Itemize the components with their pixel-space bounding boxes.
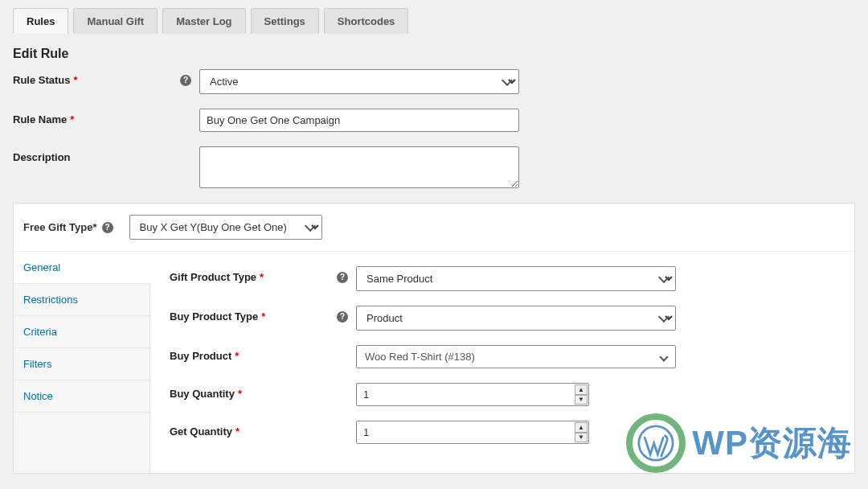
required-asterisk: * xyxy=(260,271,264,283)
gift-product-type-select[interactable]: Same Product xyxy=(356,266,676,291)
required-asterisk: * xyxy=(70,113,74,125)
select-wrapper: Buy X Get Y(Buy One Get One) xyxy=(125,215,322,240)
label-get-quantity: Get Quantity* xyxy=(170,421,356,438)
tab-master-log[interactable]: Master Log xyxy=(162,8,245,34)
spinner-up-icon[interactable]: ▲ xyxy=(575,422,588,433)
label-text: Gift Product Type xyxy=(170,271,256,283)
label-text: Rule Status xyxy=(13,74,71,86)
select-wrapper: Product xyxy=(356,306,676,331)
row-rule-status: Rule Status* Active xyxy=(13,69,855,94)
spinner-buttons: ▲ ▼ xyxy=(575,384,588,405)
buy-product-type-select[interactable]: Product xyxy=(356,306,676,331)
top-tabs: Rules Manual Gift Master Log Settings Sh… xyxy=(0,0,868,34)
help-icon[interactable] xyxy=(102,222,113,233)
label-rule-status: Rule Status* xyxy=(13,69,199,86)
gift-panel: Free Gift Type* Buy X Get Y(Buy One Get … xyxy=(13,203,855,474)
label-buy-product: Buy Product* xyxy=(170,345,356,362)
required-asterisk: * xyxy=(261,310,265,323)
row-description: Description xyxy=(13,146,855,188)
panel-body: General Restrictions Criteria Filters No… xyxy=(14,252,854,473)
label-text: Buy Product xyxy=(170,350,231,362)
rule-name-input[interactable] xyxy=(199,109,519,132)
row-buy-product-type: Buy Product Type* Product xyxy=(170,306,835,331)
buy-product-select[interactable]: Woo Red T-Shirt (#138) xyxy=(356,345,676,368)
free-gift-type-select[interactable]: Buy X Get Y(Buy One Get One) xyxy=(129,215,322,240)
required-asterisk: * xyxy=(235,350,239,362)
page-title: Edit Rule xyxy=(13,47,855,61)
get-quantity-stepper: ▲ ▼ xyxy=(356,421,589,444)
tab-shortcodes[interactable]: Shortcodes xyxy=(324,8,409,34)
label-text: Free Gift Type xyxy=(23,221,92,233)
select-wrapper: Same Product xyxy=(356,266,676,291)
row-gift-product-type: Gift Product Type* Same Product xyxy=(170,266,835,291)
buy-quantity-stepper: ▲ ▼ xyxy=(356,383,589,406)
label-text: Get Quantity xyxy=(170,425,232,438)
label-text: Buy Quantity xyxy=(170,388,235,400)
required-asterisk: * xyxy=(235,425,240,438)
label-text: Description xyxy=(13,151,71,163)
label-buy-product-type: Buy Product Type* xyxy=(170,306,356,323)
side-nav: General Restrictions Criteria Filters No… xyxy=(14,252,150,473)
side-nav-notice[interactable]: Notice xyxy=(14,380,149,413)
row-buy-product: Buy Product* Woo Red T-Shirt (#138) xyxy=(170,345,835,368)
panel-form: Gift Product Type* Same Product Buy Prod… xyxy=(150,252,854,473)
required-asterisk: * xyxy=(92,221,96,233)
help-icon[interactable] xyxy=(337,272,348,283)
row-buy-quantity: Buy Quantity* ▲ ▼ xyxy=(170,383,835,406)
tab-settings[interactable]: Settings xyxy=(251,8,319,34)
selected-value: Woo Red T-Shirt (#138) xyxy=(365,351,475,363)
side-nav-criteria[interactable]: Criteria xyxy=(14,316,149,348)
spinner-up-icon[interactable]: ▲ xyxy=(575,384,588,395)
required-asterisk: * xyxy=(238,388,242,400)
chevron-down-icon xyxy=(659,352,668,361)
help-icon[interactable] xyxy=(180,75,191,86)
spinner-down-icon[interactable]: ▼ xyxy=(575,433,588,443)
label-description: Description xyxy=(13,146,199,163)
side-nav-general[interactable]: General xyxy=(14,252,150,284)
tab-manual-gift[interactable]: Manual Gift xyxy=(73,8,158,34)
label-text: Buy Product Type xyxy=(170,310,258,323)
panel-header: Free Gift Type* Buy X Get Y(Buy One Get … xyxy=(14,203,854,252)
row-rule-name: Rule Name* xyxy=(13,109,855,132)
content-area: Edit Rule Rule Status* Active Rule Name*… xyxy=(0,34,868,474)
spinner-buttons: ▲ ▼ xyxy=(575,422,588,442)
rule-status-select[interactable]: Active xyxy=(199,69,519,94)
label-gift-product-type: Gift Product Type* xyxy=(170,266,356,283)
get-quantity-input[interactable] xyxy=(356,421,589,444)
spinner-down-icon[interactable]: ▼ xyxy=(575,395,588,405)
description-textarea[interactable] xyxy=(199,146,519,188)
help-icon[interactable] xyxy=(337,311,348,323)
required-asterisk: * xyxy=(74,74,78,86)
side-nav-filters[interactable]: Filters xyxy=(14,348,149,380)
label-free-gift-type: Free Gift Type* xyxy=(23,221,97,233)
label-buy-quantity: Buy Quantity* xyxy=(170,383,356,400)
row-get-quantity: Get Quantity* ▲ ▼ xyxy=(170,421,835,444)
select-wrapper: Active xyxy=(199,69,519,94)
label-rule-name: Rule Name* xyxy=(13,109,199,125)
side-nav-restrictions[interactable]: Restrictions xyxy=(14,284,149,316)
buy-quantity-input[interactable] xyxy=(356,383,589,406)
tab-rules[interactable]: Rules xyxy=(13,8,68,34)
label-text: Rule Name xyxy=(13,113,67,125)
